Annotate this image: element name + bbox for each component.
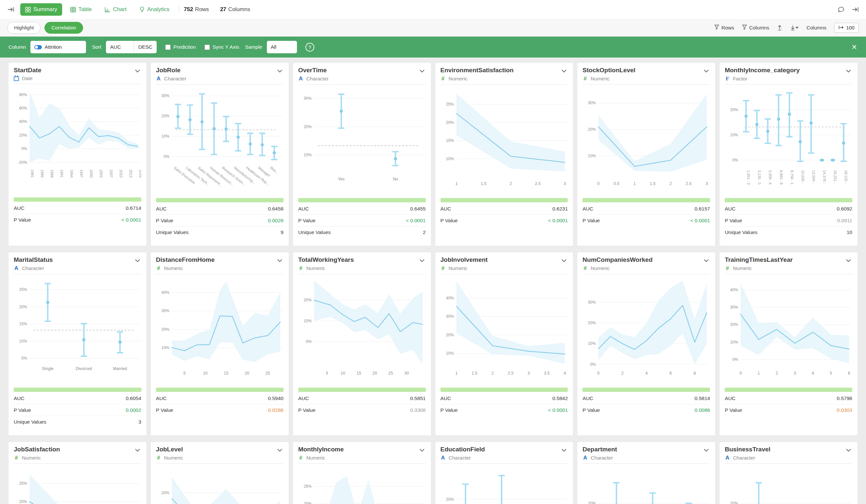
stat-label: P Value xyxy=(156,407,173,413)
stat-row: P Value0.0288 xyxy=(156,404,284,416)
stat-value: 3 xyxy=(138,419,141,425)
stat-label: Unique Values xyxy=(298,229,331,235)
column-stats: AUC0.5940P Value0.0288 xyxy=(156,393,284,416)
stat-row: AUC0.6455 xyxy=(298,203,426,215)
svg-text:40%: 40% xyxy=(19,119,27,124)
chevron-down-icon[interactable] xyxy=(276,67,284,75)
chevron-down-icon[interactable] xyxy=(560,446,568,454)
tab-summary[interactable]: Summary xyxy=(20,3,62,16)
close-icon[interactable]: × xyxy=(849,43,859,52)
numeric-icon: # xyxy=(156,455,161,461)
chevron-down-icon[interactable] xyxy=(276,256,284,265)
column-stats: AUC0.5814P Value0.0086 xyxy=(582,393,710,416)
date-icon xyxy=(14,77,19,81)
chevron-down-icon[interactable] xyxy=(134,446,141,454)
prediction-checkbox[interactable]: Prediction xyxy=(165,44,196,50)
sample-select[interactable]: All xyxy=(267,41,297,53)
stat-label: P Value xyxy=(441,407,458,413)
svg-text:60%: 60% xyxy=(19,106,27,111)
svg-text:18,125 -: 18,125 - xyxy=(844,170,848,184)
chevron-down-icon[interactable] xyxy=(418,446,426,454)
highlight-pill[interactable]: Highlight xyxy=(7,22,41,34)
column-chart: 30%20%10%0%Sales ExecutiveLaboratory Tec… xyxy=(156,85,284,197)
stat-label: AUC xyxy=(14,395,24,401)
rows-filter-button[interactable]: Rows xyxy=(714,24,734,31)
chevron-down-icon[interactable] xyxy=(418,67,426,75)
table-icon xyxy=(70,7,76,12)
correlation-pill[interactable]: Correlation xyxy=(44,22,83,34)
svg-text:30%: 30% xyxy=(446,314,454,319)
column-title: TrainingTimesLastYear xyxy=(725,256,793,264)
chevron-down-icon[interactable] xyxy=(560,67,568,75)
svg-text:10,630 -: 10,630 - xyxy=(801,170,805,184)
chevron-down-icon[interactable] xyxy=(560,256,568,265)
sort-select[interactable]: AUC xyxy=(106,41,134,53)
chevron-down-icon[interactable] xyxy=(845,256,852,265)
column-chart: 30%20%10%00.511.522.53 xyxy=(582,85,710,197)
svg-text:2.5: 2.5 xyxy=(686,181,692,186)
row-count: 752Rows xyxy=(184,6,209,13)
stat-label: P Value xyxy=(725,218,742,224)
numeric-icon: # xyxy=(441,265,446,272)
svg-text:20%: 20% xyxy=(588,127,596,132)
top-bar: Summary Table Chart Analytics 752Rows 27… xyxy=(0,0,866,19)
upload-icon[interactable] xyxy=(777,25,782,30)
svg-text:2: 2 xyxy=(776,371,778,376)
sync-y-axis-checkbox[interactable]: Sync Y Axis xyxy=(204,44,239,50)
help-icon[interactable]: ? xyxy=(306,43,314,52)
prediction-checkbox-input[interactable] xyxy=(165,44,171,50)
stat-value: 0.5940 xyxy=(268,395,283,401)
svg-text:6: 6 xyxy=(669,371,672,376)
svg-text:20%: 20% xyxy=(446,497,454,502)
chevron-down-icon[interactable] xyxy=(845,446,852,454)
chevron-down-icon[interactable] xyxy=(134,256,141,265)
tab-table[interactable]: Table xyxy=(65,3,97,16)
type-label: Date xyxy=(22,76,33,81)
column-card: JobLevel # Numeric 20%15%10%5%12345 xyxy=(151,442,289,504)
svg-text:0%: 0% xyxy=(732,158,738,163)
auc-bar xyxy=(441,388,568,392)
svg-text:3: 3 xyxy=(528,371,530,376)
stat-row: P Value< 0.0001 xyxy=(582,215,710,226)
column-title: NumCompaniesWorked xyxy=(582,256,653,264)
divider xyxy=(441,84,568,85)
sort-direction-select[interactable]: DESC xyxy=(134,41,157,53)
svg-text:2: 2 xyxy=(669,181,672,186)
chevron-down-icon[interactable] xyxy=(702,256,710,265)
svg-text:Yes: Yes xyxy=(338,177,345,181)
chevron-down-icon[interactable] xyxy=(702,67,710,75)
svg-text:0%: 0% xyxy=(164,154,169,159)
stat-label: P Value xyxy=(582,218,600,224)
sync-y-axis-checkbox-input[interactable] xyxy=(204,44,210,50)
chevron-down-icon[interactable] xyxy=(418,256,426,265)
column-stats: AUC0.6157P Value< 0.0001 xyxy=(582,203,710,226)
column-title: Department xyxy=(582,446,617,453)
stat-row: AUC0.5814 xyxy=(582,393,710,404)
collapse-right-icon[interactable] xyxy=(852,6,859,13)
column-card: JobSatisfaction # Numeric 25%20%15%10%12… xyxy=(9,442,146,504)
stat-value: 0.0303 xyxy=(837,407,852,413)
chevron-down-icon[interactable] xyxy=(845,67,852,75)
auc-bar xyxy=(582,388,710,392)
columns-limit-button[interactable]: 100 xyxy=(834,23,859,33)
chevron-down-icon[interactable] xyxy=(134,67,141,75)
divider xyxy=(298,463,426,464)
download-icon[interactable] xyxy=(790,25,799,30)
columns-filter-button[interactable]: Columns xyxy=(742,24,769,31)
cards-grid: StartDate Date 80%60%40%20%0%-20%1981198… xyxy=(0,57,866,504)
type-label: Character xyxy=(449,455,471,461)
comment-icon[interactable] xyxy=(838,7,844,13)
tab-analytics[interactable]: Analytics xyxy=(135,3,174,16)
svg-text:10%: 10% xyxy=(446,351,454,356)
chevron-down-icon[interactable] xyxy=(276,446,284,454)
svg-text:20%: 20% xyxy=(730,322,739,327)
tab-chart[interactable]: Chart xyxy=(100,3,132,16)
collapse-left-icon[interactable] xyxy=(7,6,14,13)
divider xyxy=(179,5,179,14)
type-label: Numeric xyxy=(164,455,183,461)
logical-toggle-icon xyxy=(34,45,42,49)
chevron-down-icon[interactable] xyxy=(702,446,710,454)
target-column-select[interactable]: Attrition xyxy=(31,41,86,53)
column-card: EducationField A Character 20%15%10% xyxy=(435,442,573,504)
sort-label: Sort xyxy=(92,44,101,50)
